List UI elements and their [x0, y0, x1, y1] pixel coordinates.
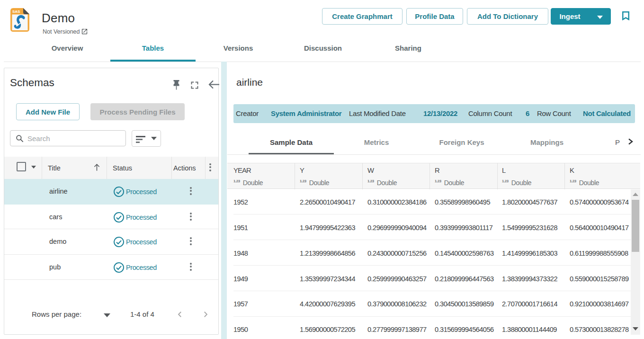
svg-text:SAS: SAS [12, 9, 20, 14]
